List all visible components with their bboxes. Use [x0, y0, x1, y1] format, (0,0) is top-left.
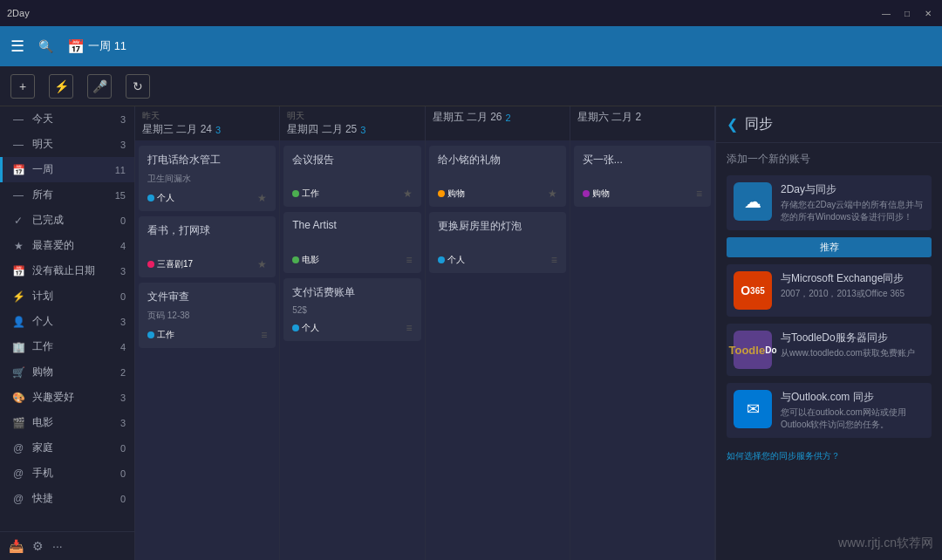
- sidebar-label: 兴趣爱好: [32, 390, 105, 405]
- menu-button[interactable]: ≡: [696, 188, 702, 200]
- add-button[interactable]: +: [10, 74, 35, 99]
- task-tag: 个人: [438, 254, 465, 266]
- import-button[interactable]: 📥: [9, 539, 24, 553]
- more-button[interactable]: ···: [52, 539, 63, 553]
- right-panel-header: ❮ 同步: [716, 106, 942, 143]
- sync-name: 与Microsoft Exchange同步: [781, 271, 925, 286]
- sidebar-item-favorites[interactable]: ★ 最喜爱的 4: [0, 233, 134, 258]
- sidebar-item-family[interactable]: @ 家庭 0: [0, 435, 134, 461]
- menu-button[interactable]: ≡: [406, 254, 412, 266]
- sidebar-item-phone[interactable]: @ 手机 0: [0, 461, 134, 486]
- right-panel-body: 添加一个新的账号 ☁ 2Day与同步 存储您在2Day云端中的所有信息并与您的所…: [716, 143, 942, 560]
- sync-help-link[interactable]: 如何选择您的同步服务供方？: [727, 445, 932, 468]
- sidebar-item-nodeadline[interactable]: 📅 没有截止日期 3: [0, 258, 134, 283]
- task-card[interactable]: The Artist 电影 ≡: [283, 212, 420, 273]
- sidebar-count: 2: [112, 367, 126, 378]
- nodeadline-icon: 📅: [11, 265, 25, 277]
- task-title: 看书，打网球: [147, 223, 267, 238]
- sidebar-count: 4: [112, 342, 126, 352]
- task-card[interactable]: 会议报告 工作 ★: [283, 146, 420, 207]
- task-card[interactable]: 看书，打网球 三喜剧17 ★: [139, 216, 276, 277]
- sidebar-item-week[interactable]: 📅 一周 11: [0, 157, 134, 182]
- tag-label: 工作: [302, 188, 319, 200]
- minimize-button[interactable]: —: [879, 6, 893, 20]
- sidebar-count: 0: [112, 494, 126, 504]
- sync-option-2day[interactable]: ☁ 2Day与同步 存储您在2Day云端中的所有信息并与您的所有Windows设…: [727, 175, 932, 230]
- sync-option-toodledo[interactable]: ToodleDo 与ToodleDo服务器同步 从www.toodledo.co…: [727, 324, 932, 376]
- app-title: 2Day: [7, 8, 30, 18]
- task-sub: 页码 12-38: [147, 310, 267, 322]
- menu-button[interactable]: ≡: [406, 322, 412, 334]
- day-title: 星期四 二月 25: [287, 122, 357, 137]
- day-label: 昨天: [142, 110, 272, 122]
- sidebar-item-today[interactable]: — 今天 3: [0, 106, 134, 132]
- sidebar-item-personal[interactable]: 👤 个人 3: [0, 309, 134, 334]
- task-card[interactable]: 打电话给水管工 卫生间漏水 个人 ★: [139, 146, 276, 211]
- day-count: 3: [360, 125, 365, 135]
- refresh-button[interactable]: ↻: [126, 74, 150, 99]
- day-title: 星期五 二月 26: [433, 110, 502, 125]
- task-footer: 工作 ≡: [147, 329, 267, 341]
- star-button[interactable]: ★: [403, 188, 413, 200]
- task-card[interactable]: 买一张... 购物 ≡: [574, 146, 711, 207]
- menu-button[interactable]: ☰: [10, 37, 24, 56]
- star-button[interactable]: ★: [548, 188, 557, 200]
- sidebar-count: 0: [112, 291, 126, 302]
- sidebar-item-plan[interactable]: ⚡ 计划 0: [0, 283, 134, 309]
- task-title: 买一张...: [583, 153, 702, 167]
- settings-button[interactable]: ⚙: [32, 539, 44, 553]
- sidebar-count: 3: [112, 266, 126, 277]
- work-icon: 🏢: [11, 341, 25, 353]
- sync-icon-toodle: ToodleDo: [734, 331, 772, 369]
- sidebar-item-shopping[interactable]: 🛒 购物 2: [0, 359, 134, 385]
- panel-title: 同步: [745, 115, 773, 133]
- task-title: 支付话费账单: [292, 285, 412, 300]
- task-card[interactable]: 支付话费账单 52$ 个人 ≡: [283, 278, 420, 341]
- tag-dot: [583, 190, 590, 197]
- sync-icon-outlook: ✉: [734, 390, 772, 428]
- star-button[interactable]: ★: [257, 192, 267, 204]
- sidebar-label: 家庭: [32, 440, 105, 455]
- star-button[interactable]: ★: [257, 258, 267, 270]
- task-card[interactable]: 给小铭的礼物 购物 ★: [429, 146, 566, 207]
- sidebar-count: 4: [112, 241, 126, 251]
- sync-desc: 2007，2010，2013或Office 365: [781, 288, 925, 300]
- sync-info: 与ToodleDo服务器同步 从www.toodledo.com获取免费账户: [781, 331, 925, 359]
- sidebar-item-done[interactable]: ✓ 已完成 0: [0, 208, 134, 233]
- task-tag: 个人: [292, 322, 319, 334]
- header: ☰ 🔍 📅 一周 11: [0, 26, 942, 66]
- panel-toggle-button[interactable]: ❮: [727, 116, 738, 133]
- sidebar-item-all[interactable]: — 所有 15: [0, 182, 134, 208]
- done-icon: ✓: [11, 215, 25, 227]
- recommend-button[interactable]: 推荐: [727, 237, 932, 257]
- columns-body: 打电话给水管工 卫生间漏水 个人 ★ 看书，打网球: [135, 140, 715, 560]
- tag-label: 工作: [157, 329, 174, 341]
- sync-option-office365[interactable]: O365 与Microsoft Exchange同步 2007，2010，201…: [727, 264, 932, 317]
- quick-add-button[interactable]: ⚡: [49, 74, 73, 99]
- col-header-fri: 星期五 二月 26 2: [426, 106, 570, 140]
- tomorrow-icon: —: [11, 139, 25, 151]
- task-tag: 工作: [292, 188, 319, 200]
- calendar-week-button[interactable]: 📅 一周 11: [67, 38, 126, 55]
- task-tag: 电影: [292, 254, 319, 266]
- search-button[interactable]: 🔍: [38, 39, 53, 53]
- task-card[interactable]: 文件审查 页码 12-38 工作 ≡: [139, 283, 276, 348]
- sidebar-item-hobby[interactable]: 🎨 兴趣爱好 3: [0, 385, 134, 410]
- sidebar-item-shortcut[interactable]: @ 快捷 0: [0, 486, 134, 511]
- day-col-thu: 会议报告 工作 ★ The Artist 电影: [280, 140, 425, 560]
- task-sub: 52$: [292, 305, 412, 315]
- close-button[interactable]: ✕: [921, 6, 935, 20]
- sidebar-item-tomorrow[interactable]: — 明天 3: [0, 132, 134, 157]
- tag-dot: [292, 256, 299, 263]
- menu-button[interactable]: ≡: [261, 329, 267, 341]
- voice-button[interactable]: 🎤: [87, 74, 112, 99]
- menu-button[interactable]: ≡: [551, 254, 557, 266]
- sidebar-item-movies[interactable]: 🎬 电影 3: [0, 410, 134, 435]
- content-area: 昨天 星期三 二月 24 3 明天 星期四 二月 25 3 星期五 二月 26 …: [135, 106, 715, 560]
- sidebar-label: 工作: [32, 339, 105, 354]
- sync-option-outlook[interactable]: ✉ 与Outlook.com 同步 您可以在outlook.com网站或使用Ou…: [727, 383, 932, 438]
- week-icon: 📅: [11, 164, 25, 176]
- task-card[interactable]: 更换厨房里的灯泡 个人 ≡: [429, 212, 566, 273]
- maximize-button[interactable]: □: [900, 6, 914, 20]
- sidebar-item-work[interactable]: 🏢 工作 4: [0, 334, 134, 359]
